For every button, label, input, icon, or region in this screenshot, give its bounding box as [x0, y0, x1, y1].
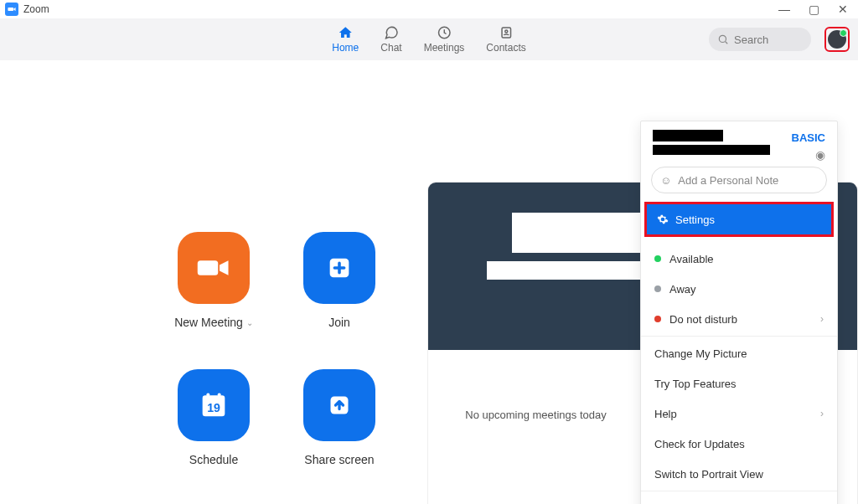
emoji-icon[interactable]: ☺ [660, 174, 671, 187]
svg-text:19: 19 [207, 401, 220, 414]
profile-name-redacted [653, 130, 723, 141]
app-icon [5, 3, 18, 16]
top-nav: Home Chat Meetings Contacts Search [0, 18, 858, 60]
menu-change-picture[interactable]: Change My Picture [641, 338, 837, 368]
svg-point-8 [218, 393, 221, 397]
divider [641, 336, 837, 337]
minimize-button[interactable]: — [778, 3, 790, 15]
personal-note-input[interactable]: ☺ Add a Personal Note [651, 167, 827, 193]
status-dnd[interactable]: Do not disturb › [641, 304, 837, 334]
close-button[interactable]: ✕ [838, 3, 848, 15]
titlebar: Zoom — ▢ ✕ [0, 0, 858, 18]
status-dot-icon [654, 316, 661, 322]
divider [641, 491, 837, 491]
window-controls: — ▢ ✕ [778, 3, 853, 15]
nav-tabs: Home Chat Meetings Contacts [332, 25, 525, 54]
maximize-button[interactable]: ▢ [809, 3, 819, 15]
avatar-icon [828, 30, 846, 49]
search-icon [717, 33, 729, 45]
chat-icon [382, 25, 401, 40]
tab-label: Chat [380, 42, 401, 54]
new-meeting-button[interactable]: New Meeting⌄ [151, 232, 277, 329]
status-dot-icon [654, 285, 661, 292]
svg-point-2 [505, 30, 508, 33]
menu-label: Change My Picture [654, 347, 747, 360]
tab-label: Home [332, 42, 359, 54]
menu-label: Help [654, 408, 677, 420]
share-screen-button[interactable]: Share screen [277, 369, 402, 466]
search-placeholder: Search [734, 33, 768, 46]
main-area: New Meeting⌄ Join 19 Schedule Share scre… [0, 60, 858, 504]
tab-label: Meetings [424, 42, 465, 54]
video-icon [178, 232, 250, 304]
tab-home[interactable]: Home [332, 25, 359, 54]
action-label: Share screen [304, 453, 374, 466]
profile-header: BASIC ◉ [641, 121, 837, 162]
profile-avatar-button[interactable] [824, 27, 850, 52]
menu-label: Settings [675, 213, 715, 226]
tab-label: Contacts [486, 42, 525, 54]
action-label: New Meeting [174, 316, 243, 329]
menu-settings[interactable]: Settings [647, 204, 831, 234]
action-label: Schedule [189, 453, 238, 466]
menu-label: Switch to Portrait View [654, 468, 763, 481]
menu-try-top-features[interactable]: Try Top Features [641, 368, 837, 399]
contacts-icon [497, 25, 515, 40]
join-button[interactable]: Join [277, 232, 402, 329]
personal-note-placeholder: Add a Personal Note [678, 174, 778, 187]
menu-label: Check for Updates [654, 438, 745, 450]
account-type-badge: BASIC [792, 131, 825, 144]
menu-label: Away [669, 283, 696, 296]
chevron-down-icon[interactable]: ⌄ [246, 318, 253, 327]
settings-highlight: Settings [644, 202, 834, 237]
action-grid: New Meeting⌄ Join 19 Schedule Share scre… [151, 232, 402, 466]
clock-icon [435, 25, 453, 40]
menu-label: Available [669, 253, 714, 265]
status-available[interactable]: Available [641, 244, 837, 274]
menu-label: Do not disturb [669, 313, 737, 326]
menu-help[interactable]: Help› [641, 399, 837, 429]
status-away[interactable]: Away [641, 274, 837, 304]
calendar-icon: 19 [178, 369, 250, 441]
svg-point-7 [206, 393, 209, 397]
chevron-right-icon: › [820, 313, 824, 325]
home-icon [336, 25, 354, 40]
tab-meetings[interactable]: Meetings [424, 25, 465, 54]
status-dot-icon [654, 255, 661, 262]
menu-switch-account[interactable]: Switch Account [641, 493, 837, 504]
tab-chat[interactable]: Chat [380, 25, 401, 54]
window-title: Zoom [23, 3, 49, 15]
svg-point-3 [719, 35, 726, 42]
plus-icon [303, 232, 375, 304]
schedule-button[interactable]: 19 Schedule [151, 369, 277, 466]
action-label: Join [328, 316, 350, 329]
menu-switch-portrait[interactable]: Switch to Portrait View [641, 459, 837, 489]
profile-email-redacted [653, 145, 770, 155]
eye-icon[interactable]: ◉ [815, 148, 825, 162]
profile-menu: BASIC ◉ ☺ Add a Personal Note Settings A… [640, 121, 838, 504]
share-icon [303, 369, 375, 441]
chevron-right-icon: › [820, 408, 824, 419]
search-input[interactable]: Search [709, 28, 811, 51]
menu-label: Try Top Features [654, 378, 737, 390]
gear-icon [657, 213, 669, 225]
menu-check-updates[interactable]: Check for Updates [641, 429, 837, 459]
tab-contacts[interactable]: Contacts [486, 25, 525, 54]
time-placeholder [512, 213, 654, 253]
